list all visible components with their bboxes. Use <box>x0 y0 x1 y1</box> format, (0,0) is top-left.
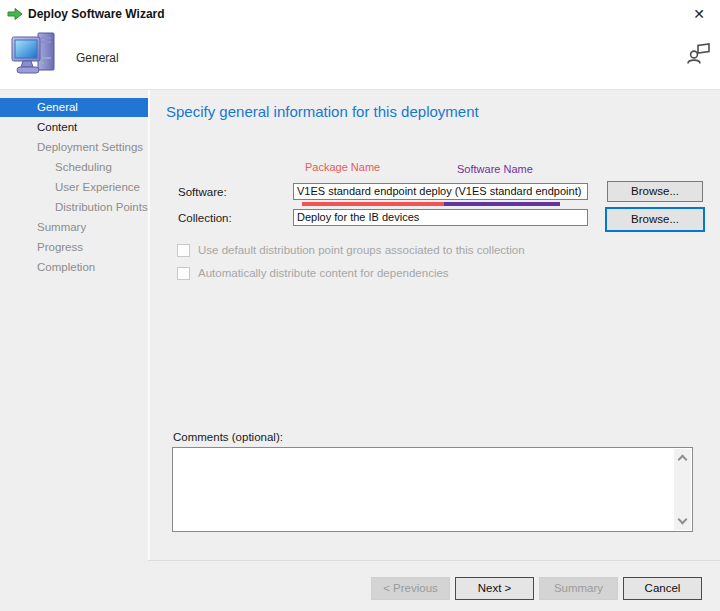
comments-input[interactable] <box>172 447 693 532</box>
scroll-down-icon[interactable] <box>678 515 688 525</box>
previous-button[interactable]: < Previous <box>371 577 450 600</box>
title-bar: Deploy Software Wizard ✕ <box>0 0 720 28</box>
default-dp-groups-checkbox-row: Use default distribution point groups as… <box>177 243 525 258</box>
sidebar-item-progress[interactable]: Progress <box>0 238 148 257</box>
next-button[interactable]: Next > <box>455 577 534 600</box>
auto-distribute-checkbox-label: Automatically distribute content for dep… <box>198 267 449 279</box>
deploy-arrow-icon <box>7 7 23 21</box>
auto-distribute-checkbox-row: Automatically distribute content for dep… <box>177 266 449 281</box>
software-label: Software: <box>178 186 227 198</box>
scroll-up-icon[interactable] <box>678 455 688 465</box>
computer-icon <box>10 31 62 85</box>
sidebar-divider <box>148 90 150 560</box>
wizard-header: General <box>0 28 720 90</box>
header-page-label: General <box>76 51 119 65</box>
feedback-icon[interactable] <box>686 41 712 67</box>
software-name-underline <box>444 202 560 206</box>
sidebar-item-scheduling[interactable]: Scheduling <box>0 158 148 177</box>
sidebar-item-completion[interactable]: Completion <box>0 258 148 277</box>
comments-label: Comments (optional): <box>173 431 283 443</box>
sidebar-item-deployment-settings[interactable]: Deployment Settings <box>0 138 148 157</box>
summary-button[interactable]: Summary <box>539 577 618 600</box>
auto-distribute-checkbox[interactable] <box>177 267 190 280</box>
footer-divider <box>148 560 720 561</box>
sidebar-item-general[interactable]: General <box>0 98 148 117</box>
cancel-button[interactable]: Cancel <box>623 577 702 600</box>
close-icon[interactable]: ✕ <box>688 4 710 24</box>
comments-scrollbar[interactable] <box>674 449 691 530</box>
sidebar-item-content[interactable]: Content <box>0 118 148 137</box>
window-title: Deploy Software Wizard <box>28 7 165 21</box>
default-dp-groups-checkbox-label: Use default distribution point groups as… <box>198 244 525 256</box>
sidebar-item-user-experience[interactable]: User Experience <box>0 178 148 197</box>
collection-label: Collection: <box>178 212 232 224</box>
wizard-steps-sidebar: General Content Deployment Settings Sche… <box>0 98 148 278</box>
annotation-package-name: Package Name <box>305 161 380 173</box>
sidebar-item-distribution-points[interactable]: Distribution Points <box>0 198 148 217</box>
sidebar-item-summary[interactable]: Summary <box>0 218 148 237</box>
collection-browse-button[interactable]: Browse... <box>605 207 705 232</box>
default-dp-groups-checkbox[interactable] <box>177 244 190 257</box>
software-field[interactable]: V1ES standard endpoint deploy (V1ES stan… <box>293 183 588 200</box>
page-title: Specify general information for this dep… <box>166 103 479 120</box>
package-name-underline <box>302 202 444 206</box>
annotation-software-name: Software Name <box>457 163 533 175</box>
software-browse-button[interactable]: Browse... <box>607 181 703 202</box>
collection-field[interactable]: Deploy for the IB devices <box>293 209 588 226</box>
